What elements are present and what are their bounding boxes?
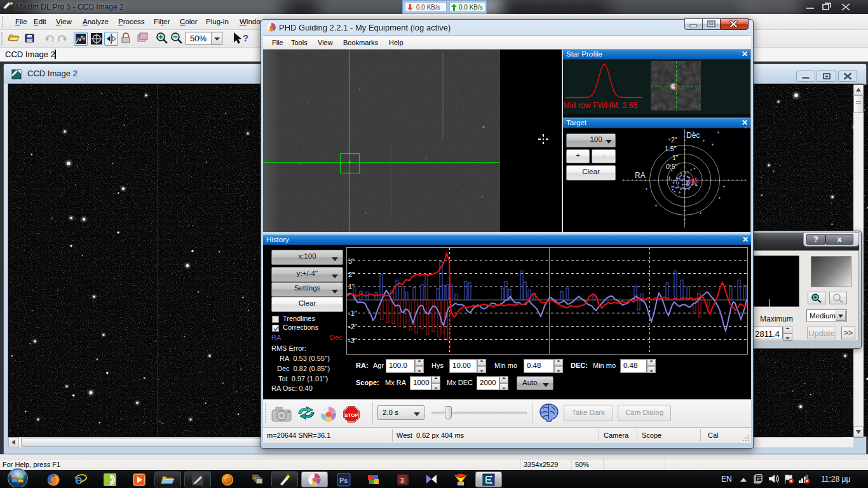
svg-text:+: +: [254, 476, 256, 480]
svg-text:STOP: STOP: [344, 412, 358, 418]
svg-text:Ps: Ps: [339, 477, 348, 484]
svg-text:3: 3: [400, 477, 404, 484]
svg-text:?: ?: [243, 32, 248, 43]
